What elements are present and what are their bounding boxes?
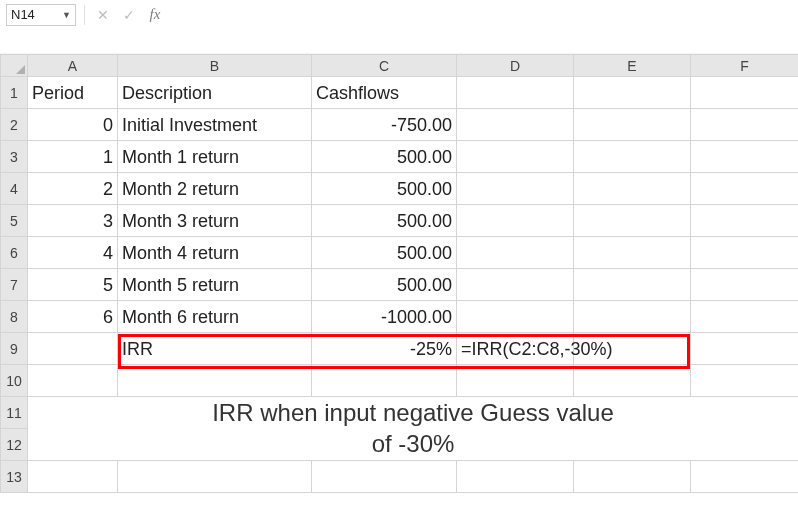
cell-D1[interactable] [457,77,574,109]
row-header-9[interactable]: 9 [1,333,28,365]
row-header-11[interactable]: 11 [1,397,28,429]
row-header-4[interactable]: 4 [1,173,28,205]
cell-B1[interactable]: Description [118,77,312,109]
cell-F8[interactable] [691,301,799,333]
cell-E5[interactable] [574,205,691,237]
cell-D3[interactable] [457,141,574,173]
row-header-10[interactable]: 10 [1,365,28,397]
cell-A6-value: 4 [28,244,117,262]
row-header-12[interactable]: 12 [1,429,28,461]
name-box[interactable]: N14 ▼ [6,4,76,26]
cell-E6[interactable] [574,237,691,269]
enter-icon[interactable]: ✓ [119,5,139,25]
cell-B9[interactable]: IRR [118,333,312,365]
cell-A13[interactable] [28,461,118,493]
cell-F3[interactable] [691,141,799,173]
fx-icon[interactable]: fx [145,5,165,25]
cell-A9[interactable] [28,333,118,365]
cell-B8-value: Month 6 return [118,308,311,326]
cell-B7[interactable]: Month 5 return [118,269,312,301]
cell-C6[interactable]: 500.00 [312,237,457,269]
row-header-5[interactable]: 5 [1,205,28,237]
cell-E4[interactable] [574,173,691,205]
col-header-F[interactable]: F [691,55,799,77]
cell-A10[interactable] [28,365,118,397]
cell-F4[interactable] [691,173,799,205]
cell-C13[interactable] [312,461,457,493]
cell-B10[interactable] [118,365,312,397]
row-header-8[interactable]: 8 [1,301,28,333]
cell-E1[interactable] [574,77,691,109]
cell-D10[interactable] [457,365,574,397]
cell-D5[interactable] [457,205,574,237]
cell-A4[interactable]: 2 [28,173,118,205]
cell-A6[interactable]: 4 [28,237,118,269]
cell-E7[interactable] [574,269,691,301]
cell-D4[interactable] [457,173,574,205]
cell-C4-value: 500.00 [312,180,456,198]
cell-F13[interactable] [691,461,799,493]
cell-F6[interactable] [691,237,799,269]
cell-E10[interactable] [574,365,691,397]
cell-C7[interactable]: 500.00 [312,269,457,301]
col-header-E[interactable]: E [574,55,691,77]
cell-A5[interactable]: 3 [28,205,118,237]
caption-line2[interactable]: of -30% [28,429,799,461]
cell-F2[interactable] [691,109,799,141]
cell-E3[interactable] [574,141,691,173]
row-header-2[interactable]: 2 [1,109,28,141]
cell-C9[interactable]: -25% [312,333,457,365]
name-box-dropdown-icon[interactable]: ▼ [58,10,71,20]
cell-B13[interactable] [118,461,312,493]
cell-D6[interactable] [457,237,574,269]
cell-E2[interactable] [574,109,691,141]
row-header-13[interactable]: 13 [1,461,28,493]
cell-B6[interactable]: Month 4 return [118,237,312,269]
col-header-B[interactable]: B [118,55,312,77]
cell-B3[interactable]: Month 1 return [118,141,312,173]
cell-F7[interactable] [691,269,799,301]
cell-E8[interactable] [574,301,691,333]
row-header-6[interactable]: 6 [1,237,28,269]
cell-B3-value: Month 1 return [118,148,311,166]
select-all-corner[interactable] [1,55,28,77]
cell-A1[interactable]: Period [28,77,118,109]
cell-C10[interactable] [312,365,457,397]
cell-A8[interactable]: 6 [28,301,118,333]
cell-D2[interactable] [457,109,574,141]
cell-F9[interactable] [691,333,799,365]
cell-C4[interactable]: 500.00 [312,173,457,205]
cell-C1[interactable]: Cashflows [312,77,457,109]
cell-B5[interactable]: Month 3 return [118,205,312,237]
formula-input[interactable] [171,4,792,26]
cell-A7[interactable]: 5 [28,269,118,301]
cell-D9[interactable]: =IRR(C2:C8,-30%) [457,333,574,365]
cell-A3-value: 1 [28,148,117,166]
cell-C5[interactable]: 500.00 [312,205,457,237]
col-header-D[interactable]: D [457,55,574,77]
cell-F1[interactable] [691,77,799,109]
cell-A3[interactable]: 1 [28,141,118,173]
cancel-icon[interactable]: ✕ [93,5,113,25]
col-header-A[interactable]: A [28,55,118,77]
row-header-7[interactable]: 7 [1,269,28,301]
cell-C2[interactable]: -750.00 [312,109,457,141]
row-header-1[interactable]: 1 [1,77,28,109]
cell-A7-value: 5 [28,276,117,294]
cell-F10[interactable] [691,365,799,397]
cell-D8[interactable] [457,301,574,333]
cell-D7[interactable] [457,269,574,301]
cell-B8[interactable]: Month 6 return [118,301,312,333]
cell-B2[interactable]: Initial Investment [118,109,312,141]
cell-C3[interactable]: 500.00 [312,141,457,173]
col-header-C[interactable]: C [312,55,457,77]
cell-F5[interactable] [691,205,799,237]
cell-B4[interactable]: Month 2 return [118,173,312,205]
cell-A2[interactable]: 0 [28,109,118,141]
cell-C8[interactable]: -1000.00 [312,301,457,333]
row-header-3[interactable]: 3 [1,141,28,173]
cell-E13[interactable] [574,461,691,493]
cell-D13[interactable] [457,461,574,493]
grid[interactable]: A B C D E F 1 Period Description Cashflo… [0,54,798,493]
caption-line1[interactable]: IRR when input negative Guess value [28,397,799,429]
